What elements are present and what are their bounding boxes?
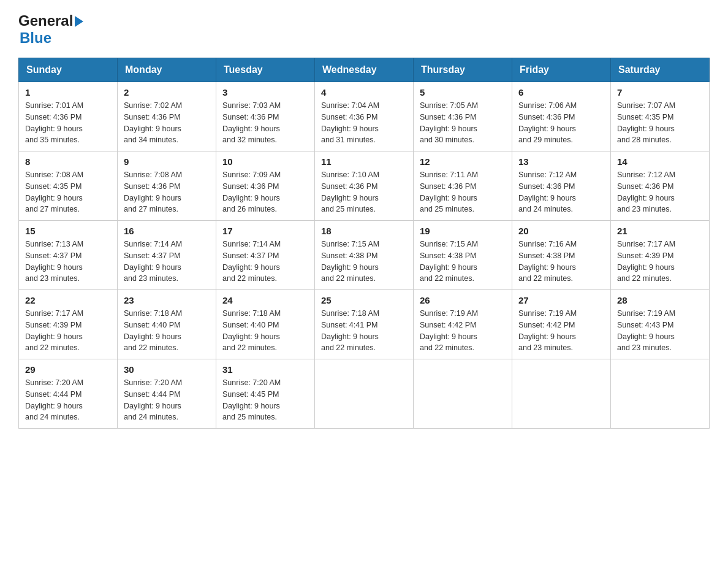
- logo-general: General: [18, 12, 73, 29]
- day-info: Sunrise: 7:14 AMSunset: 4:37 PMDaylight:…: [222, 239, 308, 285]
- day-number: 28: [617, 295, 703, 305]
- day-cell: 21Sunrise: 7:17 AMSunset: 4:39 PMDayligh…: [611, 221, 710, 290]
- day-cell: 4Sunrise: 7:04 AMSunset: 4:36 PMDaylight…: [315, 82, 414, 151]
- day-info: Sunrise: 7:06 AMSunset: 4:36 PMDaylight:…: [518, 100, 604, 146]
- day-cell: 26Sunrise: 7:19 AMSunset: 4:42 PMDayligh…: [414, 290, 512, 359]
- day-info: Sunrise: 7:18 AMSunset: 4:40 PMDaylight:…: [222, 308, 308, 354]
- day-info: Sunrise: 7:11 AMSunset: 4:36 PMDaylight:…: [420, 169, 506, 215]
- day-number: 8: [25, 156, 111, 167]
- day-info: Sunrise: 7:12 AMSunset: 4:36 PMDaylight:…: [617, 169, 703, 215]
- day-info: Sunrise: 7:15 AMSunset: 4:38 PMDaylight:…: [321, 239, 407, 285]
- day-cell: [611, 359, 710, 429]
- day-cell: 23Sunrise: 7:18 AMSunset: 4:40 PMDayligh…: [118, 290, 216, 359]
- day-info: Sunrise: 7:19 AMSunset: 4:43 PMDaylight:…: [617, 308, 703, 354]
- day-number: 22: [25, 295, 111, 305]
- day-header-friday: Friday: [512, 58, 611, 82]
- day-cell: 12Sunrise: 7:11 AMSunset: 4:36 PMDayligh…: [414, 151, 512, 221]
- day-number: 7: [617, 87, 703, 98]
- day-info: Sunrise: 7:19 AMSunset: 4:42 PMDaylight:…: [518, 308, 604, 354]
- day-number: 18: [321, 226, 407, 236]
- day-number: 5: [420, 87, 506, 98]
- day-info: Sunrise: 7:13 AMSunset: 4:37 PMDaylight:…: [25, 239, 111, 285]
- week-row-2: 8Sunrise: 7:08 AMSunset: 4:35 PMDaylight…: [19, 151, 710, 221]
- week-row-5: 29Sunrise: 7:20 AMSunset: 4:44 PMDayligh…: [19, 359, 710, 429]
- day-header-sunday: Sunday: [19, 58, 118, 82]
- days-header-row: SundayMondayTuesdayWednesdayThursdayFrid…: [19, 58, 710, 82]
- week-row-3: 15Sunrise: 7:13 AMSunset: 4:37 PMDayligh…: [19, 221, 710, 290]
- day-info: Sunrise: 7:08 AMSunset: 4:35 PMDaylight:…: [25, 169, 111, 215]
- day-cell: [414, 359, 512, 429]
- day-cell: 31Sunrise: 7:20 AMSunset: 4:45 PMDayligh…: [216, 359, 315, 429]
- day-cell: 28Sunrise: 7:19 AMSunset: 4:43 PMDayligh…: [611, 290, 710, 359]
- day-info: Sunrise: 7:05 AMSunset: 4:36 PMDaylight:…: [420, 100, 506, 146]
- day-info: Sunrise: 7:02 AMSunset: 4:36 PMDaylight:…: [124, 100, 210, 146]
- day-info: Sunrise: 7:18 AMSunset: 4:41 PMDaylight:…: [321, 308, 407, 354]
- day-number: 19: [420, 226, 506, 236]
- page-header: General Blue: [18, 12, 710, 47]
- day-info: Sunrise: 7:18 AMSunset: 4:40 PMDaylight:…: [124, 308, 210, 354]
- day-cell: 13Sunrise: 7:12 AMSunset: 4:36 PMDayligh…: [512, 151, 611, 221]
- day-number: 4: [321, 87, 407, 98]
- day-cell: 25Sunrise: 7:18 AMSunset: 4:41 PMDayligh…: [315, 290, 414, 359]
- day-cell: 27Sunrise: 7:19 AMSunset: 4:42 PMDayligh…: [512, 290, 611, 359]
- day-number: 6: [518, 87, 604, 98]
- day-cell: 5Sunrise: 7:05 AMSunset: 4:36 PMDaylight…: [414, 82, 512, 151]
- day-number: 27: [518, 295, 604, 305]
- day-info: Sunrise: 7:17 AMSunset: 4:39 PMDaylight:…: [25, 308, 111, 354]
- day-cell: 30Sunrise: 7:20 AMSunset: 4:44 PMDayligh…: [118, 359, 216, 429]
- day-number: 3: [222, 87, 308, 98]
- day-cell: 16Sunrise: 7:14 AMSunset: 4:37 PMDayligh…: [118, 221, 216, 290]
- day-header-saturday: Saturday: [611, 58, 710, 82]
- day-number: 10: [222, 156, 308, 167]
- day-cell: 22Sunrise: 7:17 AMSunset: 4:39 PMDayligh…: [19, 290, 118, 359]
- day-info: Sunrise: 7:20 AMSunset: 4:44 PMDaylight:…: [124, 377, 210, 423]
- day-number: 21: [617, 226, 703, 236]
- day-number: 16: [124, 226, 210, 236]
- day-cell: 7Sunrise: 7:07 AMSunset: 4:35 PMDaylight…: [611, 82, 710, 151]
- day-number: 2: [124, 87, 210, 98]
- logo-blue: Blue: [20, 29, 51, 46]
- day-cell: 18Sunrise: 7:15 AMSunset: 4:38 PMDayligh…: [315, 221, 414, 290]
- logo: General Blue: [18, 12, 83, 47]
- day-cell: 2Sunrise: 7:02 AMSunset: 4:36 PMDaylight…: [118, 82, 216, 151]
- day-info: Sunrise: 7:10 AMSunset: 4:36 PMDaylight:…: [321, 169, 407, 215]
- day-number: 31: [222, 364, 308, 375]
- day-number: 29: [25, 364, 111, 375]
- day-cell: [315, 359, 414, 429]
- day-number: 17: [222, 226, 308, 236]
- day-info: Sunrise: 7:14 AMSunset: 4:37 PMDaylight:…: [124, 239, 210, 285]
- day-cell: 24Sunrise: 7:18 AMSunset: 4:40 PMDayligh…: [216, 290, 315, 359]
- day-info: Sunrise: 7:12 AMSunset: 4:36 PMDaylight:…: [518, 169, 604, 215]
- day-cell: 17Sunrise: 7:14 AMSunset: 4:37 PMDayligh…: [216, 221, 315, 290]
- day-cell: 19Sunrise: 7:15 AMSunset: 4:38 PMDayligh…: [414, 221, 512, 290]
- day-cell: [512, 359, 611, 429]
- day-info: Sunrise: 7:20 AMSunset: 4:44 PMDaylight:…: [25, 377, 111, 423]
- day-cell: 14Sunrise: 7:12 AMSunset: 4:36 PMDayligh…: [611, 151, 710, 221]
- day-number: 26: [420, 295, 506, 305]
- day-number: 24: [222, 295, 308, 305]
- day-cell: 8Sunrise: 7:08 AMSunset: 4:35 PMDaylight…: [19, 151, 118, 221]
- week-row-1: 1Sunrise: 7:01 AMSunset: 4:36 PMDaylight…: [19, 82, 710, 151]
- day-info: Sunrise: 7:15 AMSunset: 4:38 PMDaylight:…: [420, 239, 506, 285]
- day-cell: 9Sunrise: 7:08 AMSunset: 4:36 PMDaylight…: [118, 151, 216, 221]
- day-number: 30: [124, 364, 210, 375]
- day-info: Sunrise: 7:09 AMSunset: 4:36 PMDaylight:…: [222, 169, 308, 215]
- day-info: Sunrise: 7:04 AMSunset: 4:36 PMDaylight:…: [321, 100, 407, 146]
- day-cell: 6Sunrise: 7:06 AMSunset: 4:36 PMDaylight…: [512, 82, 611, 151]
- day-info: Sunrise: 7:17 AMSunset: 4:39 PMDaylight:…: [617, 239, 703, 285]
- day-number: 23: [124, 295, 210, 305]
- day-number: 14: [617, 156, 703, 167]
- day-number: 1: [25, 87, 111, 98]
- day-number: 25: [321, 295, 407, 305]
- day-number: 20: [518, 226, 604, 236]
- day-info: Sunrise: 7:20 AMSunset: 4:45 PMDaylight:…: [222, 377, 308, 423]
- day-info: Sunrise: 7:08 AMSunset: 4:36 PMDaylight:…: [124, 169, 210, 215]
- day-cell: 20Sunrise: 7:16 AMSunset: 4:38 PMDayligh…: [512, 221, 611, 290]
- day-header-monday: Monday: [118, 58, 216, 82]
- day-header-thursday: Thursday: [414, 58, 512, 82]
- day-info: Sunrise: 7:07 AMSunset: 4:35 PMDaylight:…: [617, 100, 703, 146]
- day-info: Sunrise: 7:16 AMSunset: 4:38 PMDaylight:…: [518, 239, 604, 285]
- day-info: Sunrise: 7:01 AMSunset: 4:36 PMDaylight:…: [25, 100, 111, 146]
- day-info: Sunrise: 7:19 AMSunset: 4:42 PMDaylight:…: [420, 308, 506, 354]
- day-cell: 10Sunrise: 7:09 AMSunset: 4:36 PMDayligh…: [216, 151, 315, 221]
